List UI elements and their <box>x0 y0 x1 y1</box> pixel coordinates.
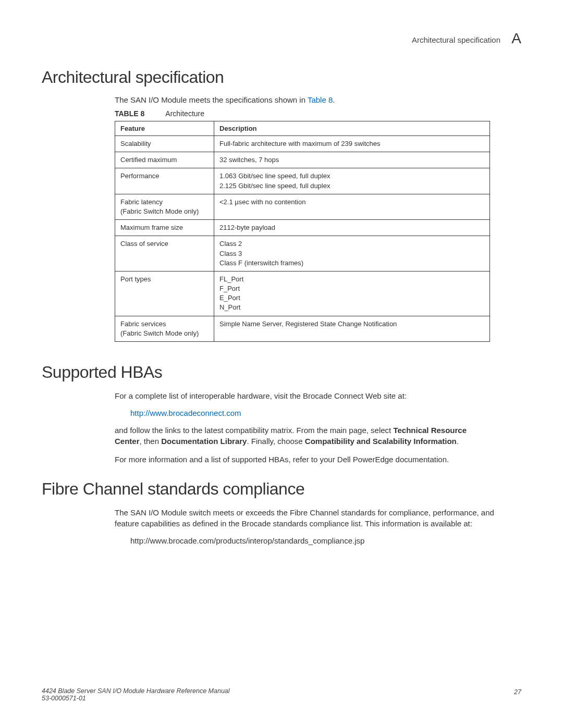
bold-compatibility-scalability: Compatibility and Scalability Informatio… <box>305 437 457 446</box>
cell-text: Port types <box>120 275 209 284</box>
running-header-letter: A <box>511 30 521 47</box>
cell-text: <2.1 µsec with no contention <box>219 198 484 207</box>
column-header-description: Description <box>214 121 490 136</box>
description-cell: 2112-byte payload <box>214 220 490 236</box>
cell-text: Maximum frame size <box>120 223 209 232</box>
cell-text: 2112-byte payload <box>219 223 484 232</box>
cell-text: F_Port <box>219 284 484 293</box>
feature-cell: Fabric services(Fabric Switch Mode only) <box>115 316 214 341</box>
cell-text: Class F (interswitch frames) <box>219 258 484 268</box>
architecture-table: Feature Description ScalabilityFull-fabr… <box>115 121 490 342</box>
table-row: Port typesFL_PortF_PortE_PortN_Port <box>115 271 490 316</box>
description-cell: Class 2Class 3Class F (interswitch frame… <box>214 236 490 272</box>
table-title: Architecture <box>165 109 204 118</box>
cell-text: Class 3 <box>219 249 484 258</box>
table-8-link[interactable]: Table 8 <box>308 95 333 104</box>
footer-page-number: 27 <box>514 688 521 696</box>
cell-text: Simple Name Server, Registered State Cha… <box>219 319 484 329</box>
feature-cell: Certified maximum <box>115 152 214 168</box>
bold-documentation-library: Documentation Library <box>161 437 247 446</box>
heading-architectural-specification: Architectural specification <box>42 68 521 87</box>
cell-text: Performance <box>120 171 209 181</box>
table-row: Fabric latency(Fabric Switch Mode only)<… <box>115 194 490 219</box>
intro-text-prefix: The SAN I/O Module meets the specificati… <box>115 95 308 104</box>
feature-cell: Port types <box>115 271 214 316</box>
table-row: Class of serviceClass 2Class 3Class F (i… <box>115 236 490 272</box>
hbas-more-info: For more information and a list of suppo… <box>115 454 495 465</box>
intro-text-suffix: . <box>333 95 335 104</box>
cell-text: (Fabric Switch Mode only) <box>120 329 209 338</box>
table-row: Certified maximum32 switches, 7 hops <box>115 152 490 168</box>
description-cell: Full-fabric architecture with maximum of… <box>214 136 490 152</box>
heading-fibre-channel: Fibre Channel standards compliance <box>42 479 521 499</box>
table-row: Fabric services(Fabric Switch Mode only)… <box>115 316 490 341</box>
cell-text: 1.063 Gbit/sec line speed, full duplex <box>219 171 484 181</box>
hbas-instructions: and follow the links to the latest compa… <box>115 425 495 447</box>
table-number-label: TABLE 8 <box>115 109 144 118</box>
description-cell: <2.1 µsec with no contention <box>214 194 490 219</box>
cell-text: Scalability <box>120 139 209 149</box>
cell-text: (Fabric Switch Mode only) <box>120 207 209 216</box>
fibre-channel-intro: The SAN I/O Module switch meets or excee… <box>115 507 495 529</box>
column-header-feature: Feature <box>115 121 214 136</box>
footer-left: 4424 Blade Server SAN I/O Module Hardwar… <box>42 687 521 702</box>
cell-text: N_Port <box>219 303 484 312</box>
running-header-label: Architectural specification <box>412 35 500 44</box>
cell-text: Class 2 <box>219 239 484 249</box>
cell-text: Fabric latency <box>120 198 209 207</box>
text-fragment: . <box>457 437 459 446</box>
feature-cell: Scalability <box>115 136 214 152</box>
footer-manual-title: 4424 Blade Server SAN I/O Module Hardwar… <box>42 687 521 695</box>
table-caption: TABLE 8Architecture <box>115 109 521 118</box>
description-cell: FL_PortF_PortE_PortN_Port <box>214 271 490 316</box>
table-row: Maximum frame size2112-byte payload <box>115 220 490 236</box>
description-cell: 32 switches, 7 hops <box>214 152 490 168</box>
table-header-row: Feature Description <box>115 121 490 136</box>
cell-text: Fabric services <box>120 319 209 329</box>
intro-paragraph: The SAN I/O Module meets the specificati… <box>115 95 521 104</box>
cell-text: 32 switches, 7 hops <box>219 155 484 165</box>
cell-text: E_Port <box>219 293 484 303</box>
table-row: ScalabilityFull-fabric architecture with… <box>115 136 490 152</box>
table-row: Performance1.063 Gbit/sec line speed, fu… <box>115 168 490 194</box>
cell-text: FL_Port <box>219 275 484 284</box>
feature-cell: Maximum frame size <box>115 220 214 236</box>
feature-cell: Fabric latency(Fabric Switch Mode only) <box>115 194 214 219</box>
brocade-connect-link[interactable]: http://www.brocadeconnect.com <box>130 409 521 417</box>
hbas-intro: For a complete list of interoperable har… <box>115 390 495 401</box>
description-cell: Simple Name Server, Registered State Cha… <box>214 316 490 341</box>
feature-cell: Class of service <box>115 236 214 272</box>
description-cell: 1.063 Gbit/sec line speed, full duplex2.… <box>214 168 490 194</box>
standards-compliance-url: http://www.brocade.com/products/interop/… <box>130 536 521 545</box>
feature-cell: Performance <box>115 168 214 194</box>
text-fragment: and follow the links to the latest compa… <box>115 426 393 435</box>
text-fragment: . Finally, choose <box>247 437 304 446</box>
heading-supported-hbas: Supported HBAs <box>42 363 521 382</box>
text-fragment: , then <box>140 437 162 446</box>
cell-text: Certified maximum <box>120 155 209 165</box>
cell-text: Full-fabric architecture with maximum of… <box>219 139 484 149</box>
cell-text: Class of service <box>120 239 209 249</box>
footer-doc-number: 53-0000571-01 <box>42 695 521 702</box>
cell-text: 2.125 Gbit/sec line speed, full duplex <box>219 181 484 191</box>
